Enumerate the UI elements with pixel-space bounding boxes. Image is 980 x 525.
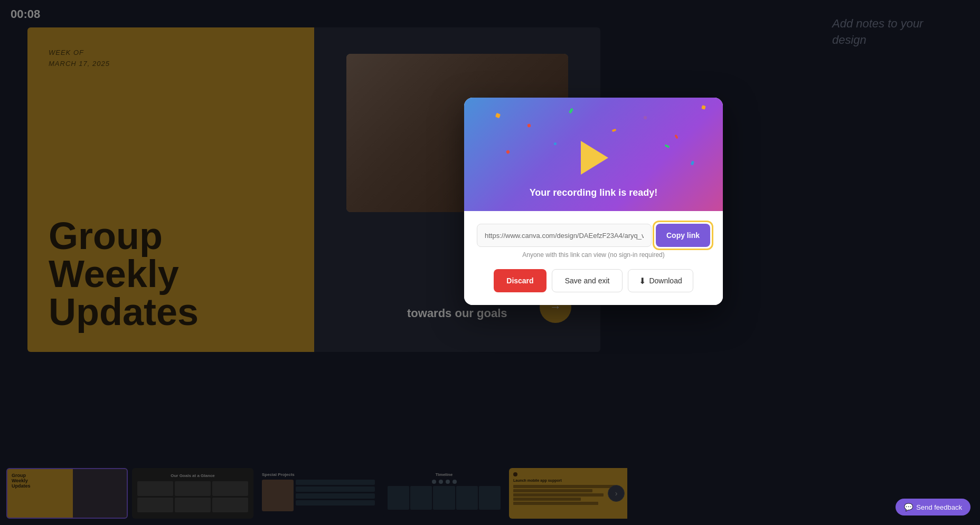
send-feedback-label: Send feedback [916,503,962,511]
download-label: Download [649,276,682,285]
download-button[interactable]: ⬇ Download [628,269,693,292]
download-icon: ⬇ [639,276,646,286]
modal-overlay: Your recording link is ready! Copy link … [0,0,980,525]
discard-button[interactable]: Discard [494,269,546,292]
recording-modal: Your recording link is ready! Copy link … [464,98,723,305]
modal-link-row: Copy link [477,224,710,247]
recording-link-input[interactable] [477,224,652,247]
copy-btn-ring [653,221,713,250]
modal-actions: Discard Save and exit ⬇ Download [477,269,710,292]
copy-link-button[interactable]: Copy link [656,224,710,247]
save-exit-button[interactable]: Save and exit [552,269,623,292]
modal-play-icon [572,137,615,179]
send-feedback-button[interactable]: 💬 Send feedback [896,499,970,516]
modal-title: Your recording link is ready! [530,187,658,198]
modal-header: Your recording link is ready! [464,98,723,211]
feedback-icon: 💬 [904,503,913,511]
modal-body: Copy link Anyone with this link can view… [464,211,723,305]
modal-link-info: Anyone with this link can view (no sign-… [477,251,710,259]
